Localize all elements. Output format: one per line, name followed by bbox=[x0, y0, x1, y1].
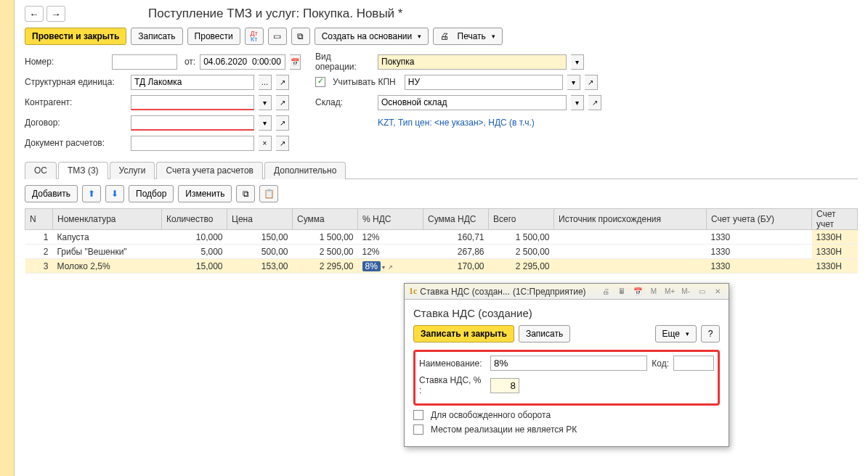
counterparty-open[interactable]: ↗ bbox=[276, 95, 289, 110]
kpn-label: Учитывать КПН bbox=[333, 77, 396, 87]
kpn-dropdown[interactable]: ▾ bbox=[567, 75, 580, 90]
dt-kt-button[interactable]: ДтКт bbox=[245, 28, 264, 45]
operation-type-input[interactable] bbox=[378, 54, 567, 70]
page-title: Поступление ТМЗ и услуг: Покупка. Новый … bbox=[148, 7, 402, 21]
chk-exempt[interactable] bbox=[413, 410, 423, 420]
name-input[interactable] bbox=[490, 356, 647, 371]
copy-button[interactable]: ⧉ bbox=[236, 185, 255, 202]
minimize-icon[interactable]: ▭ bbox=[695, 286, 708, 298]
highlight-box: Наименование: Код: Ставка НДС, % : bbox=[413, 350, 720, 406]
warehouse-label: Склад: bbox=[315, 97, 373, 107]
print-button[interactable]: 🖨 Печать bbox=[433, 28, 503, 45]
col-acc-tax[interactable]: Счет учет bbox=[812, 209, 858, 230]
contract-label: Договор: bbox=[25, 118, 126, 128]
m-minus-icon: M- bbox=[679, 286, 692, 298]
counterparty-select[interactable]: ▾ bbox=[259, 95, 272, 110]
contract-select[interactable]: ▾ bbox=[259, 115, 272, 131]
pick-button[interactable]: Подбор bbox=[129, 185, 174, 202]
vat-cell-editing[interactable]: 8%▾↗ bbox=[358, 259, 423, 274]
col-total[interactable]: Всего bbox=[489, 209, 554, 230]
contract-open[interactable]: ↗ bbox=[276, 115, 289, 131]
tab-accounts[interactable]: Счета учета расчетов bbox=[156, 162, 262, 179]
printer-icon: 🖨 bbox=[440, 31, 449, 41]
col-item[interactable]: Номенклатура bbox=[53, 209, 162, 230]
dialog-help-button[interactable]: ? bbox=[701, 325, 720, 342]
contract-input[interactable] bbox=[131, 115, 254, 131]
settlement-input[interactable] bbox=[131, 136, 254, 151]
col-qty[interactable]: Количество bbox=[162, 209, 227, 230]
col-vat[interactable]: % НДС bbox=[358, 209, 423, 230]
calendar-title-icon[interactable]: 📅 bbox=[631, 286, 644, 298]
code-label: Код: bbox=[652, 358, 669, 369]
operation-type-label: Вид операции: bbox=[315, 52, 373, 72]
doc-icon-button[interactable]: ▭ bbox=[268, 28, 287, 45]
dialog-heading: Ставка НДС (создание) bbox=[413, 307, 720, 319]
kpn-open[interactable]: ↗ bbox=[585, 75, 598, 90]
settlement-clear[interactable]: × bbox=[259, 136, 272, 151]
write-button[interactable]: Записать bbox=[131, 28, 182, 45]
dialog-more-button[interactable]: Еще bbox=[655, 325, 697, 342]
back-button[interactable]: ← bbox=[25, 6, 44, 22]
dialog-window-title: Ставка НДС (создан... bbox=[420, 287, 510, 297]
tab-additional[interactable]: Дополнительно bbox=[264, 162, 346, 179]
struct-unit-open[interactable]: ↗ bbox=[276, 75, 289, 90]
col-origin[interactable]: Источник происхождения bbox=[554, 209, 707, 230]
code-input[interactable] bbox=[673, 356, 714, 371]
settlement-open[interactable]: ↗ bbox=[276, 136, 289, 151]
name-label: Наименование: bbox=[419, 358, 486, 369]
print-icon[interactable]: 🖨 bbox=[599, 286, 612, 298]
warehouse-open[interactable]: ↗ bbox=[588, 95, 601, 110]
items-table: N Номенклатура Количество Цена Сумма % Н… bbox=[25, 208, 858, 274]
change-button[interactable]: Изменить bbox=[178, 185, 232, 202]
prices-link[interactable]: KZT, Тип цен: <не указан>, НДС (в т.ч.) bbox=[378, 118, 535, 128]
struct-unit-select[interactable]: … bbox=[259, 75, 272, 90]
struct-unit-input[interactable] bbox=[131, 75, 254, 90]
m-plus-icon: M+ bbox=[663, 286, 676, 298]
settlement-label: Документ расчетов: bbox=[25, 138, 126, 148]
operation-type-dropdown[interactable]: ▾ bbox=[571, 54, 584, 70]
vat-rate-dialog: 1с Ставка НДС (создан... (1С:Предприятие… bbox=[404, 283, 729, 447]
col-sum[interactable]: Сумма bbox=[293, 209, 358, 230]
col-vat-sum[interactable]: Сумма НДС bbox=[423, 209, 489, 230]
table-row-selected[interactable]: 3 Молоко 2,5% 15,000 153,00 2 295,00 8%▾… bbox=[25, 259, 858, 274]
col-n[interactable]: N bbox=[25, 209, 53, 230]
forward-button[interactable]: → bbox=[46, 6, 65, 22]
col-price[interactable]: Цена bbox=[227, 209, 293, 230]
move-down-button[interactable]: ⬇ bbox=[105, 185, 124, 202]
structure-button[interactable]: ⧉ bbox=[291, 28, 310, 45]
move-up-button[interactable]: ⬆ bbox=[82, 185, 101, 202]
number-input[interactable] bbox=[112, 54, 177, 70]
add-button[interactable]: Добавить bbox=[25, 185, 78, 202]
1c-icon: 1с bbox=[409, 286, 417, 297]
table-row[interactable]: 2 Грибы "Вешенки" 5,000 500,00 2 500,00 … bbox=[25, 245, 858, 259]
post-button[interactable]: Провести bbox=[187, 28, 240, 45]
warehouse-input[interactable] bbox=[378, 95, 567, 110]
post-close-button[interactable]: Провести и закрыть bbox=[25, 28, 126, 45]
chk-not-rk[interactable] bbox=[413, 424, 423, 435]
m-icon: M bbox=[647, 286, 660, 298]
kpn-input[interactable] bbox=[405, 75, 563, 90]
number-label: Номер: bbox=[25, 57, 108, 67]
tab-os[interactable]: ОС bbox=[25, 162, 57, 179]
col-acc-bu[interactable]: Счет учета (БУ) bbox=[707, 209, 812, 230]
rate-input[interactable] bbox=[490, 378, 519, 393]
dialog-write-close-button[interactable]: Записать и закрыть bbox=[413, 325, 514, 342]
struct-unit-label: Структурная единица: bbox=[25, 77, 126, 87]
tab-services[interactable]: Услуги bbox=[110, 162, 155, 179]
create-based-button[interactable]: Создать на основании bbox=[315, 28, 429, 45]
paste-button[interactable]: 📋 bbox=[259, 185, 278, 202]
close-icon[interactable]: ✕ bbox=[711, 286, 724, 298]
calendar-icon[interactable]: 📅 bbox=[290, 54, 301, 70]
rate-label: Ставка НДС, % : bbox=[419, 375, 486, 395]
counterparty-label: Контрагент: bbox=[25, 97, 126, 107]
kpn-checkbox[interactable] bbox=[315, 77, 325, 87]
counterparty-input[interactable] bbox=[131, 95, 254, 110]
table-row[interactable]: 1 Капуста 10,000 150,00 1 500,00 12% 160… bbox=[25, 230, 858, 245]
tab-tmz[interactable]: ТМЗ (3) bbox=[58, 162, 108, 179]
calc-icon[interactable]: 🖩 bbox=[615, 286, 628, 298]
dialog-write-button[interactable]: Записать bbox=[519, 325, 570, 342]
dialog-app-name: (1С:Предприятие) bbox=[513, 287, 586, 297]
warehouse-dropdown[interactable]: ▾ bbox=[571, 95, 584, 110]
date-input[interactable] bbox=[200, 54, 285, 70]
